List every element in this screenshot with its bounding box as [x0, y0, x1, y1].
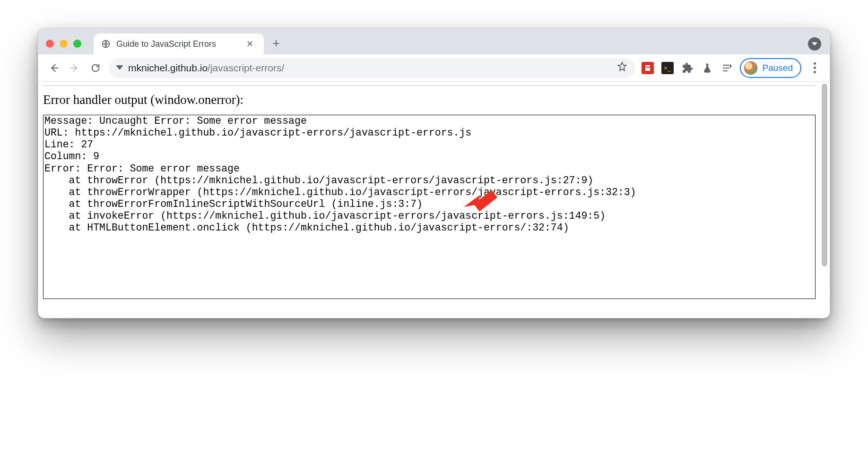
extensions-button[interactable]	[681, 62, 694, 74]
window-controls	[46, 40, 81, 48]
error-line: URL: https://mknichel.github.io/javascri…	[44, 127, 471, 138]
fullscreen-window-button[interactable]	[73, 40, 81, 48]
new-tab-button[interactable]: +	[269, 35, 284, 51]
error-line: Line: 27	[44, 139, 93, 150]
address-bar[interactable]: mknichel.github.io/javascript-errors/	[109, 58, 635, 78]
bookmark-star-icon[interactable]	[617, 61, 627, 74]
back-button[interactable]	[47, 61, 61, 75]
divider	[43, 85, 816, 86]
vertical-scrollbar[interactable]	[820, 83, 829, 317]
minimize-window-button[interactable]	[60, 40, 68, 48]
close-window-button[interactable]	[46, 40, 54, 48]
extensions-row	[642, 62, 733, 74]
profile-button[interactable]: Paused	[740, 58, 801, 78]
tab-title: Guide to JavaScript Errors	[116, 39, 239, 49]
reading-list-icon[interactable]	[721, 62, 733, 74]
url-text: mknichel.github.io/javascript-errors/	[128, 62, 612, 74]
reload-button[interactable]	[88, 61, 103, 75]
toolbar: mknichel.github.io/javascript-errors/	[38, 54, 830, 82]
svg-rect-1	[645, 65, 650, 67]
globe-icon	[101, 39, 111, 49]
svg-rect-2	[645, 68, 650, 71]
error-line: at invokeError (https://mknichel.github.…	[44, 210, 606, 222]
error-line: at HTMLButtonElement.onclick (https://mk…	[44, 222, 569, 233]
close-tab-button[interactable]: ✕	[244, 39, 255, 49]
forward-button[interactable]	[68, 61, 82, 75]
profile-status: Paused	[763, 63, 793, 73]
error-line: at throwErrorFromInlineScriptWithSourceU…	[44, 198, 423, 210]
extension-icon-2[interactable]	[661, 62, 674, 74]
viewport: Error handler output (window.onerror): M…	[38, 82, 830, 318]
error-line: Error: Error: Some error message	[44, 163, 240, 174]
page-content: Error handler output (window.onerror): M…	[38, 82, 820, 318]
tab-strip: Guide to JavaScript Errors ✕ +	[38, 29, 830, 54]
scrollbar-thumb[interactable]	[822, 84, 827, 266]
section-heading: Error handler output (window.onerror):	[43, 93, 816, 107]
active-tab[interactable]: Guide to JavaScript Errors ✕	[94, 34, 264, 54]
error-line: at throwErrorWrapper (https://mknichel.g…	[44, 187, 636, 198]
site-info-button[interactable]	[116, 62, 123, 74]
labs-icon[interactable]	[701, 62, 713, 74]
chrome-menu-button[interactable]	[808, 62, 821, 73]
error-output-box: Message: Uncaught Error: Some error mess…	[43, 115, 816, 299]
error-line: Column: 9	[44, 151, 99, 162]
error-line: at throwError (https://mknichel.github.i…	[44, 175, 593, 186]
extension-icon-1[interactable]	[642, 62, 654, 74]
error-line: Message: Uncaught Error: Some error mess…	[44, 115, 307, 127]
tab-search-button[interactable]	[808, 37, 821, 51]
browser-window: Guide to JavaScript Errors ✕ +	[38, 28, 830, 318]
avatar	[744, 61, 758, 75]
